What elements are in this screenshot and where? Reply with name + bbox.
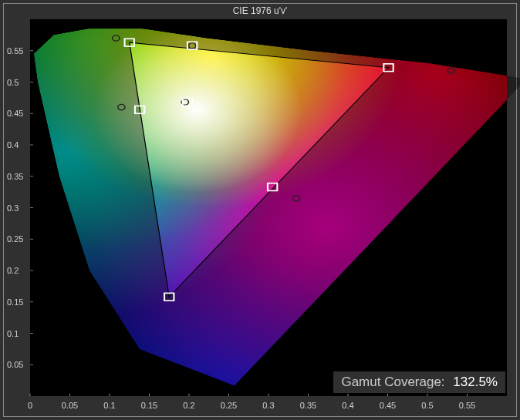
y-tick-label: 0.15 bbox=[7, 297, 23, 307]
gamut-coverage-value: 132.5% bbox=[453, 375, 498, 389]
y-tick-label: 0.45 bbox=[7, 109, 23, 118]
x-tick-label: 0 bbox=[28, 401, 32, 410]
x-tick-label: 0.5 bbox=[421, 401, 433, 410]
y-tick-label: 0.35 bbox=[7, 172, 23, 181]
x-tick-label: 0.1 bbox=[103, 401, 115, 410]
x-tick-label: 0.55 bbox=[459, 401, 475, 410]
x-tick-label: 0.25 bbox=[221, 401, 237, 410]
y-tick-label: 0.1 bbox=[7, 329, 19, 338]
y-tick-label: 0.5 bbox=[7, 78, 19, 87]
x-tick-label: 0.4 bbox=[342, 401, 353, 410]
x-tick-label: 0.35 bbox=[300, 401, 316, 410]
x-tick-label: 0.2 bbox=[183, 401, 194, 410]
y-tick-label: 0.25 bbox=[7, 234, 23, 244]
x-tick-label: 0.15 bbox=[141, 401, 157, 410]
plot-area bbox=[30, 19, 507, 396]
gamut-coverage-readout: Gamut Coverage: 132.5% bbox=[333, 371, 505, 393]
y-tick-label: 0.05 bbox=[7, 360, 23, 369]
chart-panel: CIE 1976 u'v' bbox=[0, 0, 520, 420]
y-tick-label: 0.55 bbox=[7, 46, 23, 55]
y-tick-label: 0.2 bbox=[7, 266, 19, 275]
spectral-locus-fill bbox=[30, 19, 520, 396]
chart-frame: CIE 1976 u'v' bbox=[3, 3, 517, 417]
chart-title: CIE 1976 u'v' bbox=[4, 5, 516, 16]
x-tick-label: 0.05 bbox=[62, 401, 78, 410]
x-tick-label: 0.45 bbox=[380, 401, 396, 410]
x-tick-label: 0.3 bbox=[262, 401, 274, 410]
gamut-coverage-label: Gamut Coverage: bbox=[341, 375, 444, 389]
y-tick-label: 0.4 bbox=[7, 140, 19, 150]
y-tick-label: 0.3 bbox=[7, 203, 19, 213]
cie-diagram bbox=[30, 19, 507, 396]
